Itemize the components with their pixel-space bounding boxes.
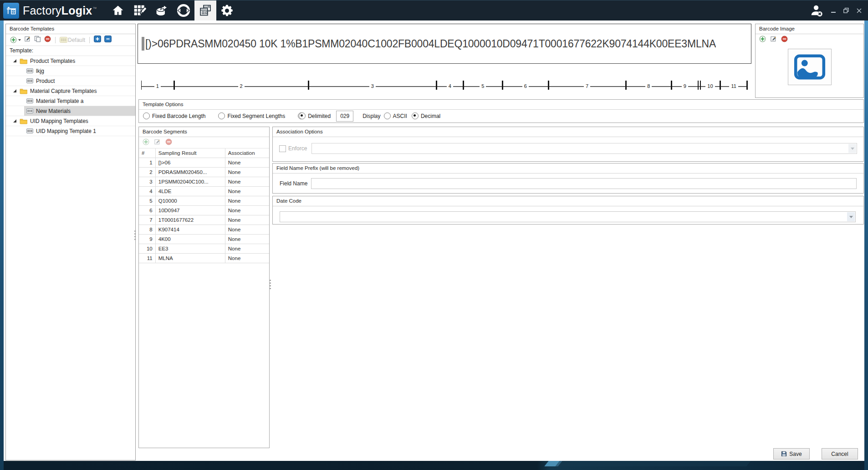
- nav-templates-button-selected[interactable]: [194, 0, 216, 20]
- ruler-segment-number: 11: [729, 83, 738, 89]
- enforce-label: Enforce: [288, 145, 307, 152]
- default-template-button[interactable]: Default: [60, 37, 85, 43]
- template-options-panel: Template Options Fixed Barcode Length Fi…: [138, 99, 864, 123]
- segment-row[interactable]: 10EE3None: [139, 244, 269, 254]
- minimize-button[interactable]: [827, 4, 840, 17]
- tree-item-product[interactable]: Product: [6, 76, 135, 86]
- add-template-button[interactable]: [10, 36, 21, 43]
- cell-sampling: MLNA: [155, 254, 225, 263]
- nav-materials-button[interactable]: [151, 0, 173, 20]
- tree-item-label: Product: [36, 78, 55, 84]
- save-button-label: Save: [789, 451, 802, 457]
- cell-num: 8: [139, 225, 155, 235]
- collapse-all-button[interactable]: [104, 36, 112, 44]
- copy-template-button[interactable]: [34, 36, 41, 44]
- segments-table: # Sampling Result Association 1[)>06None…: [139, 148, 269, 263]
- cancel-button[interactable]: Cancel: [822, 448, 858, 460]
- segment-row[interactable]: 94K00None: [139, 235, 269, 244]
- col-header-num[interactable]: #: [139, 148, 155, 158]
- barcode-template-icon: [26, 108, 33, 113]
- ascii-radio[interactable]: [384, 112, 391, 119]
- col-header-association[interactable]: Association: [225, 148, 269, 158]
- fixed-segment-lengths-radio[interactable]: [218, 112, 225, 119]
- enforce-checkbox[interactable]: [279, 145, 286, 152]
- edit-image-button[interactable]: [770, 36, 777, 44]
- cell-association: None: [225, 215, 269, 225]
- barcode-sample-textbox[interactable]: [)>06PDRASMM020450 10K 1%B1PSMM02040C100…: [138, 24, 751, 64]
- restore-button[interactable]: [840, 4, 853, 17]
- nav-home-button[interactable]: [107, 0, 129, 20]
- ruler-segment-2: 2: [174, 81, 308, 90]
- ruler-segment-number: 7: [584, 83, 590, 89]
- tree-item-new-materials-selected[interactable]: New Materials: [6, 106, 135, 116]
- association-combobox[interactable]: [311, 143, 857, 154]
- segment-row[interactable]: 11MLNANone: [139, 254, 269, 263]
- segment-row[interactable]: 610D0947None: [139, 206, 269, 215]
- close-button[interactable]: [853, 4, 865, 17]
- template-label: Template:: [6, 46, 135, 56]
- segment-row[interactable]: 44LDENone: [139, 187, 269, 196]
- tree-item-uid-mapping-template-1[interactable]: UID Mapping Template 1: [6, 126, 135, 136]
- cell-num: 4: [139, 187, 155, 196]
- window-controls: [806, 0, 868, 20]
- expand-all-button[interactable]: [94, 36, 101, 44]
- expander-icon[interactable]: [13, 89, 17, 93]
- sidebar-splitter-grip[interactable]: [134, 230, 136, 232]
- restore-icon: [843, 8, 849, 13]
- nav-settings-button[interactable]: [216, 0, 238, 20]
- cell-sampling: 1T0001677622: [155, 215, 225, 225]
- barcode-templates-panel: Barcode Templates: [5, 24, 136, 460]
- segment-row[interactable]: 2PDRASMM020450...None: [139, 168, 269, 177]
- segment-row[interactable]: 8K907414None: [139, 225, 269, 235]
- ascii-label: ASCII: [393, 113, 407, 119]
- titlebar: FactoryLogix™: [0, 0, 868, 20]
- date-code-row: [280, 211, 856, 222]
- delimiter-value-input[interactable]: [336, 111, 353, 122]
- col-header-sampling[interactable]: Sampling Result: [155, 148, 225, 158]
- edit-template-button[interactable]: [24, 36, 31, 44]
- segment-row[interactable]: 5Q10000None: [139, 196, 269, 206]
- add-dropdown-caret-icon: [18, 39, 21, 41]
- nav-production-button[interactable]: [129, 0, 151, 20]
- tree-folder-uid-mapping-templates[interactable]: UID Mapping Templates: [6, 116, 135, 126]
- text-caret: [142, 37, 144, 51]
- delete-template-button[interactable]: [44, 36, 51, 44]
- segment-row[interactable]: 1[)>06None: [139, 158, 269, 168]
- nav-logistics-button[interactable]: [173, 0, 194, 20]
- ruler-segment-number: 8: [645, 83, 652, 89]
- cell-association: None: [225, 244, 269, 254]
- remove-image-button[interactable]: [781, 36, 788, 44]
- logout-user-button[interactable]: [806, 0, 827, 20]
- tree-item-lkjg[interactable]: lkjg: [6, 66, 135, 76]
- cell-association: None: [225, 187, 269, 196]
- combobox-chevron: [848, 144, 856, 153]
- segment-row[interactable]: 71T0001677622None: [139, 215, 269, 225]
- fixed-barcode-length-radio[interactable]: [143, 112, 150, 119]
- add-segment-button[interactable]: [143, 138, 149, 147]
- segment-row[interactable]: 31PSMM02040C100...None: [139, 177, 269, 187]
- expander-icon[interactable]: [13, 119, 17, 123]
- tree-folder-material-capture-templates[interactable]: Material Capture Templates: [6, 86, 135, 96]
- cell-association: None: [225, 177, 269, 187]
- folder-icon: [20, 58, 27, 64]
- tree-item-material-template-a[interactable]: Material Template a: [6, 96, 135, 106]
- trademark-symbol: ™: [92, 6, 97, 11]
- field-name-input[interactable]: [311, 178, 857, 189]
- add-icon: [10, 36, 17, 43]
- edit-segment-button[interactable]: [154, 138, 161, 147]
- edit-icon: [154, 138, 161, 145]
- remove-icon: [781, 36, 788, 42]
- footer-actions: Save Cancel: [773, 448, 858, 460]
- add-image-button[interactable]: [759, 36, 766, 44]
- expander-icon[interactable]: [13, 59, 17, 63]
- decimal-radio[interactable]: [412, 112, 419, 119]
- remove-segment-button[interactable]: [165, 138, 172, 147]
- date-code-combobox[interactable]: [280, 211, 856, 222]
- save-button[interactable]: Save: [773, 448, 810, 460]
- tree-folder-product-templates[interactable]: Product Templates: [6, 56, 135, 66]
- save-floppy-icon: [781, 451, 787, 457]
- main-content: Barcode Templates: [4, 20, 864, 461]
- date-code-title: Date Code: [273, 196, 863, 206]
- segments-splitter-grip[interactable]: [270, 280, 271, 281]
- cell-sampling: PDRASMM020450...: [155, 168, 225, 177]
